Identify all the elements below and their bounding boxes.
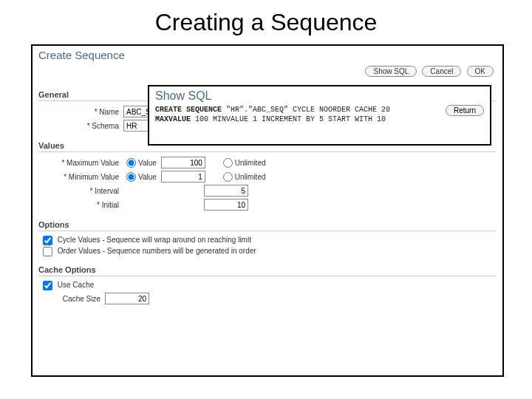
initial-label: * Initial [38, 201, 123, 209]
interval-input[interactable] [204, 185, 248, 197]
order-checkbox[interactable] [43, 247, 52, 256]
min-value-radio-label: Value [138, 173, 157, 181]
cache-size-input[interactable] [105, 293, 149, 304]
return-button[interactable]: Return [446, 105, 484, 116]
max-unlimited-radio[interactable] [223, 158, 233, 168]
max-unlimited-label: Unlimited [235, 159, 266, 167]
min-value-input[interactable] [161, 171, 205, 183]
sql-text: CREATE SEQUENCE "HR"."ABC_SEQ" CYCLE NOO… [155, 106, 484, 124]
min-value-radio[interactable] [126, 172, 136, 182]
min-label: * Minimum Value [38, 173, 123, 181]
name-label: * Name [38, 108, 123, 116]
interval-label: * Interval [38, 187, 123, 195]
cycle-checkbox[interactable] [43, 236, 52, 245]
initial-input[interactable] [204, 199, 248, 211]
sql-line1-rest: "HR"."ABC_SEQ" CYCLE NOORDER CACHE 20 [222, 106, 390, 114]
action-buttons: Show SQL Cancel OK [38, 66, 494, 77]
use-cache-checkbox[interactable] [43, 281, 52, 290]
order-label: Order Values - Sequence numbers will be … [58, 247, 256, 255]
ok-button[interactable]: OK [467, 66, 494, 77]
max-value-input[interactable] [161, 157, 205, 168]
show-sql-overlay: Show SQL Return CREATE SEQUENCE "HR"."AB… [148, 85, 491, 146]
schema-label: * Schema [38, 122, 123, 130]
cycle-label: Cycle Values - Sequence will wrap around… [58, 236, 251, 244]
cache-heading: Cache Options [38, 258, 497, 276]
options-heading: Options [38, 213, 497, 231]
max-value-radio-label: Value [138, 159, 157, 167]
max-value-radio[interactable] [126, 158, 136, 168]
cancel-button[interactable]: Cancel [422, 66, 461, 77]
slide-title: Creating a Sequence [0, 0, 532, 42]
sql-kw-create: CREATE SEQUENCE [155, 106, 222, 114]
cache-size-label: Cache Size [38, 295, 105, 303]
max-label: * Maximum Value [38, 159, 123, 167]
overlay-title: Show SQL [155, 89, 484, 103]
sql-line2-rest: 100 MINVALUE 1 INCREMENT BY 5 START WITH… [191, 115, 386, 123]
use-cache-label: Use Cache [58, 281, 94, 289]
min-unlimited-radio[interactable] [223, 172, 233, 182]
page-title: Create Sequence [38, 49, 497, 61]
show-sql-button[interactable]: Show SQL [365, 66, 417, 77]
min-unlimited-label: Unlimited [235, 173, 266, 181]
sql-kw-maxvalue: MAXVALUE [155, 115, 191, 123]
